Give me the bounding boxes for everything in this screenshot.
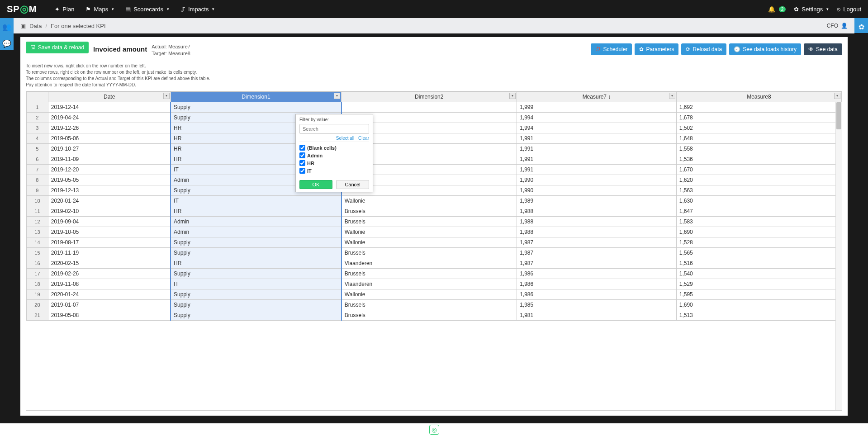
nav-plan-label: Plan [62,6,74,13]
logo-m: M [29,4,37,14]
nav-logout[interactable]: ⎋Logout [837,6,861,13]
bell-icon: 🔔 [768,6,775,13]
nav-settings-label: Settings [802,6,823,13]
map-icon: ⚑ [85,6,91,13]
chevron-down-icon: ▾ [212,7,214,11]
logo-sp: SP [7,4,20,14]
chevron-down-icon: ▾ [167,7,169,11]
top-nav: SP◎M ✦Plan ⚑Maps▾ ▤Scorecards▾ ⇵Impacts▾… [0,0,868,18]
nav-settings[interactable]: ✿Settings▾ [794,6,829,13]
nav-impacts[interactable]: ⇵Impacts▾ [180,6,215,13]
nav-scorecards-label: Scorecards [133,6,163,13]
crosshair-icon: ✦ [55,6,60,13]
notifications-button[interactable]: 🔔2 [768,6,786,13]
chevron-down-icon: ▾ [826,7,829,11]
nav-items: ✦Plan ⚑Maps▾ ▤Scorecards▾ ⇵Impacts▾ [55,6,768,13]
nav-logout-label: Logout [843,6,861,13]
logo-o-icon: ◎ [20,3,29,15]
nav-right: 🔔2 ✿Settings▾ ⎋Logout [768,6,861,13]
nav-plan[interactable]: ✦Plan [55,6,74,13]
nav-maps-label: Maps [94,6,108,13]
notification-badge: 2 [779,6,786,12]
logo: SP◎M [7,3,37,15]
nav-maps[interactable]: ⚑Maps▾ [85,6,114,13]
logout-icon: ⎋ [837,6,840,13]
chevron-down-icon: ▾ [112,7,114,11]
list-icon: ▤ [125,6,131,13]
nav-scorecards[interactable]: ▤Scorecards▾ [125,6,169,13]
impact-icon: ⇵ [180,6,185,13]
nav-impacts-label: Impacts [188,6,209,13]
gear-icon: ✿ [794,6,799,13]
